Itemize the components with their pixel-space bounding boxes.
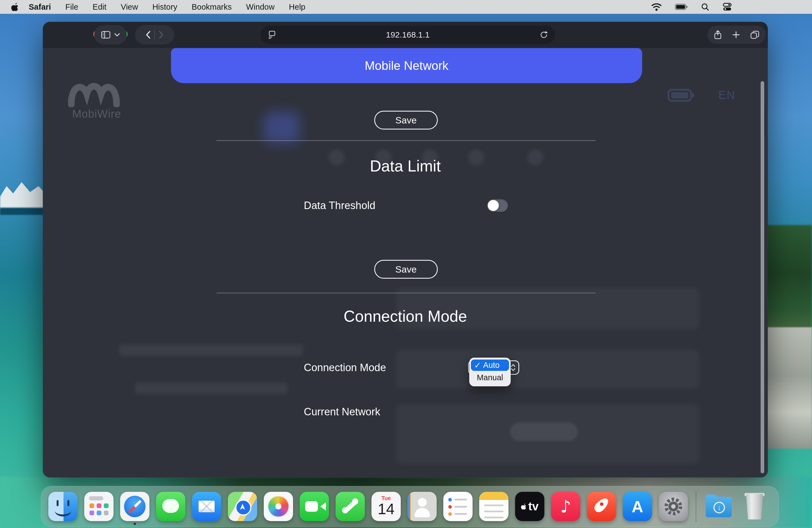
- calendar-day: 14: [372, 501, 401, 517]
- menu-history[interactable]: History: [153, 2, 177, 12]
- menu-bookmarks[interactable]: Bookmarks: [192, 2, 232, 12]
- blurred-content: [264, 112, 300, 144]
- dropdown-option-manual[interactable]: Manual: [471, 372, 509, 383]
- toolbar-actions: [707, 26, 766, 44]
- icon-detail: [89, 511, 94, 515]
- brand-logo: MobiWire: [66, 77, 127, 120]
- appstore-glyph: A: [632, 497, 643, 516]
- apple-menu-icon[interactable]: [11, 2, 19, 12]
- dock-apple-tv-icon[interactable]: tv: [515, 492, 545, 521]
- menu-file[interactable]: File: [66, 2, 78, 12]
- web-page: MobiWire Mobile Network EN Save Data Lim…: [43, 48, 768, 478]
- dock-music-icon[interactable]: ♪: [551, 492, 580, 521]
- icon-detail: [454, 513, 467, 515]
- page-header: Mobile Network: [171, 48, 642, 83]
- menu-edit[interactable]: Edit: [92, 2, 106, 12]
- option-label: Auto: [483, 361, 499, 370]
- control-center-icon[interactable]: [723, 3, 732, 11]
- icon-detail: [97, 503, 101, 508]
- forward-button[interactable]: [159, 31, 164, 39]
- icon-detail: [239, 503, 246, 510]
- toggle-knob: [488, 200, 499, 211]
- section-divider: [217, 140, 595, 141]
- dock-maps-icon[interactable]: [228, 492, 257, 521]
- icon-detail: [104, 511, 108, 515]
- icon-detail: [57, 500, 59, 506]
- wifi-icon[interactable]: [651, 3, 662, 11]
- checkmark-icon: ✓: [474, 361, 481, 370]
- dock-facetime-icon[interactable]: [300, 492, 329, 521]
- icon-detail: [454, 506, 467, 508]
- battery-icon[interactable]: [675, 4, 688, 10]
- menu-view[interactable]: View: [121, 2, 138, 12]
- page-settings-icon[interactable]: [267, 30, 276, 39]
- address-bar[interactable]: 192.168.1.1: [260, 26, 555, 44]
- icon-detail: [448, 512, 452, 516]
- dock-apps-icon[interactable]: [84, 492, 114, 521]
- save-button-data-limit[interactable]: Save: [374, 260, 438, 279]
- tab-overview-icon[interactable]: [750, 31, 759, 39]
- dock-calendar-icon[interactable]: Tue 14: [372, 492, 401, 521]
- icon-detail: [454, 499, 467, 500]
- running-indicator: [134, 523, 136, 525]
- reload-icon[interactable]: [540, 30, 548, 39]
- menu-bar: Safari File Edit View History Bookmarks …: [0, 0, 812, 14]
- dock-photos-icon[interactable]: [264, 492, 293, 521]
- section-divider: [217, 293, 595, 293]
- blurred-content: [119, 344, 303, 356]
- dock-contacts-icon[interactable]: [407, 492, 437, 521]
- search-icon[interactable]: [701, 3, 709, 11]
- icon-detail: [89, 496, 103, 500]
- dock-finder-icon[interactable]: [48, 492, 77, 521]
- chevron-down-icon: [114, 33, 120, 37]
- wallpaper-rocks: [764, 327, 812, 449]
- dock: Tue 14 tv ♪ A: [41, 486, 779, 527]
- dropdown-option-auto[interactable]: ✓ Auto: [471, 360, 509, 371]
- dock-app-store-icon[interactable]: A: [623, 492, 652, 521]
- nav-buttons: [135, 25, 174, 44]
- new-tab-icon[interactable]: [732, 31, 740, 39]
- icon-detail: [415, 508, 430, 517]
- language-selector[interactable]: EN: [719, 88, 736, 102]
- mobiwire-logo-icon: [66, 77, 121, 107]
- dock-mail-icon[interactable]: [192, 492, 221, 521]
- dock-trash-icon[interactable]: [740, 492, 769, 521]
- icon-detail: [484, 511, 504, 512]
- icon-detail: [55, 505, 71, 516]
- icon-detail: [352, 498, 358, 504]
- menu-help[interactable]: Help: [289, 2, 305, 12]
- dock-notes-icon[interactable]: [479, 492, 508, 521]
- icon-detail: [316, 502, 326, 511]
- icon-detail: [342, 507, 348, 513]
- share-icon[interactable]: [714, 30, 722, 40]
- dock-launchpad-rocket-icon[interactable]: [587, 492, 616, 521]
- download-arrow-icon: ↓: [713, 502, 725, 513]
- dock-messages-icon[interactable]: [156, 492, 185, 521]
- dock-downloads-icon[interactable]: ↓: [704, 492, 733, 521]
- back-button[interactable]: [146, 31, 150, 39]
- icon-detail: [479, 492, 508, 500]
- menu-safari[interactable]: Safari: [29, 2, 51, 12]
- menu-window[interactable]: Window: [246, 2, 275, 12]
- dock-system-settings-icon[interactable]: [659, 492, 688, 521]
- dock-phone-icon[interactable]: [336, 492, 365, 521]
- url-text[interactable]: 192.168.1.1: [276, 30, 540, 40]
- gear-icon: [663, 496, 684, 517]
- sidebar-toggle-button[interactable]: [94, 25, 127, 44]
- blurred-content: [135, 382, 288, 394]
- icon-detail: [162, 499, 179, 513]
- blurred-content: [396, 350, 699, 388]
- data-limit-heading: Data Limit: [43, 157, 768, 175]
- data-threshold-toggle[interactable]: [487, 199, 508, 212]
- icon-detail: [745, 494, 764, 519]
- dock-reminders-icon[interactable]: [443, 492, 473, 521]
- page-scrollbar[interactable]: [760, 81, 764, 473]
- icon-detail: [97, 511, 101, 515]
- icon-detail: [600, 502, 604, 506]
- save-button-top[interactable]: Save: [374, 111, 438, 130]
- wallpaper-trees: [764, 225, 812, 333]
- icon-detail: [448, 505, 452, 509]
- icon-detail: [418, 498, 427, 507]
- dock-divider: [696, 491, 696, 522]
- dock-safari-icon[interactable]: [120, 492, 149, 521]
